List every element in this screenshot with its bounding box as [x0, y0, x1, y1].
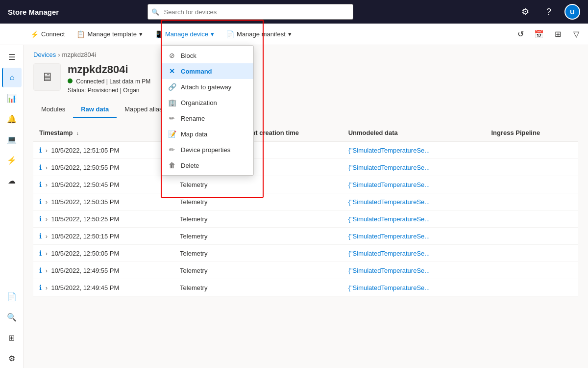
expand-icon[interactable]: › [46, 284, 48, 291]
cell-unmodeled: {"SimulatedTemperatureSe... [343, 159, 486, 176]
cell-event-creation [234, 176, 343, 193]
sidebar: ☰ ⌂ 📊 🔔 💻 ⚡ ☁ 📄 🔍 ⊞ ⚙ [0, 45, 24, 368]
info-icon[interactable]: ℹ [39, 266, 42, 274]
status-suffix: PM [142, 78, 150, 85]
manage-device-button[interactable]: 📱 Manage device ▾ [149, 26, 219, 43]
cell-timestamp: ℹ › 10/5/2022, 12:50:35 PM [33, 193, 174, 210]
device-provisioned: Status: Provisioned | Organ [68, 87, 150, 94]
status-dot [68, 79, 73, 83]
cell-timestamp: ℹ › 10/5/2022, 12:50:15 PM [33, 228, 174, 245]
breadcrumb-current: mzpkdz804i [62, 51, 96, 58]
device-header: 🖥 mzpkdz804i Connected | Last data m PM … [33, 63, 578, 94]
app-title: Store Manager [8, 8, 59, 16]
sidebar-item-device[interactable]: 💻 [2, 130, 22, 149]
sidebar-item-file[interactable]: 📄 [2, 287, 22, 306]
subnav-actions: ↺ 📅 ⊞ ▽ [513, 26, 584, 42]
calendar-button[interactable]: 📅 [531, 26, 547, 42]
cell-timestamp: ℹ › 10/5/2022, 12:50:45 PM [33, 176, 174, 193]
cell-type: Telemetry [174, 210, 234, 228]
cell-type: Telemetry [174, 228, 234, 245]
sidebar-item-grid[interactable]: ⊞ [2, 328, 22, 347]
manage-template-button[interactable]: 📋 Manage template ▾ [72, 26, 147, 43]
info-icon[interactable]: ℹ [39, 146, 42, 154]
filter-button[interactable]: ▽ [568, 26, 584, 42]
breadcrumb: Devices › mzpkdz804i [33, 51, 578, 58]
cell-ingress [485, 142, 578, 159]
filter-icon: ▽ [573, 29, 579, 39]
info-icon[interactable]: ℹ [39, 249, 42, 257]
sidebar-item-settings[interactable]: ⚙ [2, 348, 22, 368]
search-input[interactable] [147, 4, 353, 20]
sidebar-item-alert[interactable]: 🔔 [2, 109, 22, 129]
connect-button[interactable]: ⚡ Connect [25, 26, 70, 43]
info-icon[interactable]: ℹ [39, 198, 42, 206]
info-icon[interactable]: ℹ [39, 163, 42, 171]
sidebar-item-cloud[interactable]: ☁ [2, 171, 22, 190]
tab-mapped-aliases[interactable]: Mapped aliases [117, 102, 177, 118]
sidebar-item-search[interactable]: 🔍 [2, 307, 22, 327]
expand-icon[interactable]: › [46, 147, 48, 154]
cell-event-creation [234, 279, 343, 296]
cell-ingress [485, 193, 578, 210]
cell-unmodeled: {"SimulatedTemperatureSe... [343, 245, 486, 262]
expand-icon[interactable]: › [46, 181, 48, 188]
sort-icon: ↓ [76, 131, 79, 136]
device-type-icon: 🖥 [41, 70, 53, 84]
help-button[interactable]: ? [541, 4, 557, 20]
expand-icon[interactable]: › [46, 233, 48, 240]
breadcrumb-sep: › [58, 51, 60, 58]
refresh-button[interactable]: ↺ [513, 26, 528, 42]
cell-timestamp: ℹ › 10/5/2022, 12:50:05 PM [33, 245, 174, 262]
info-icon[interactable]: ℹ [39, 232, 42, 240]
breadcrumb-devices[interactable]: Devices [33, 51, 56, 58]
info-icon[interactable]: ℹ [39, 181, 42, 188]
cell-unmodeled: {"SimulatedTemperatureSe... [343, 279, 486, 296]
connect-label: Connect [41, 30, 65, 38]
tab-modules[interactable]: Modules [33, 102, 73, 118]
tab-raw-data[interactable]: Raw data [73, 102, 117, 118]
info-icon[interactable]: ℹ [39, 284, 42, 291]
avatar[interactable]: U [564, 4, 580, 20]
manage-manifest-button[interactable]: 📄 Manage manifest ▾ [221, 26, 296, 43]
layout-button[interactable]: ⊞ [550, 26, 565, 42]
data-table: Timestamp ↓ Event creation time Unmodele… [33, 124, 578, 296]
status-text: Connected | Last data m [76, 78, 140, 85]
gear-icon: ⚙ [521, 6, 529, 17]
device-name: mzpkdz804i [68, 63, 150, 76]
col-empty [174, 124, 234, 142]
col-unmodeled: Unmodeled data [343, 124, 486, 142]
device-info: mzpkdz804i Connected | Last data m PM St… [68, 63, 150, 94]
expand-icon[interactable]: › [46, 250, 48, 257]
layout-icon: ⊞ [555, 29, 561, 39]
cell-timestamp: ℹ › 10/5/2022, 12:51:05 PM [33, 142, 174, 159]
info-icon[interactable]: ℹ [39, 215, 42, 223]
expand-icon[interactable]: › [46, 164, 48, 171]
cell-unmodeled: {"SimulatedTemperatureSe... [343, 193, 486, 210]
sidebar-item-rules[interactable]: ⚡ [2, 150, 22, 170]
search-icon: 🔍 [151, 8, 159, 16]
manage-device-label: Manage device [165, 30, 208, 38]
cell-event-creation [234, 262, 343, 279]
col-event-creation: Event creation time [234, 124, 343, 142]
sidebar-item-menu[interactable]: ☰ [2, 47, 22, 67]
topnav-right: ⚙ ? U [517, 4, 580, 20]
manage-template-label: Manage template [87, 30, 136, 38]
cell-type: Telemetry [174, 193, 234, 210]
cell-ingress [485, 279, 578, 296]
cell-type: Telemetry [174, 176, 234, 193]
sidebar-item-chart[interactable]: 📊 [2, 88, 22, 108]
expand-icon[interactable]: › [46, 198, 48, 206]
sidebar-item-home[interactable]: ⌂ [2, 68, 22, 87]
cell-type: Telemetry [174, 159, 234, 176]
cell-type: Telemetry [174, 279, 234, 296]
device-status: Connected | Last data m PM [68, 78, 150, 85]
cell-event-creation [234, 193, 343, 210]
cell-type: Telemetry [174, 262, 234, 279]
expand-icon[interactable]: › [46, 267, 48, 274]
manifest-icon: 📄 [226, 30, 234, 38]
cell-type: Telemetry [174, 245, 234, 262]
expand-icon[interactable]: › [46, 215, 48, 223]
cell-ingress [485, 210, 578, 228]
settings-button[interactable]: ⚙ [517, 4, 533, 20]
chevron-down-icon2: ▾ [211, 30, 214, 38]
